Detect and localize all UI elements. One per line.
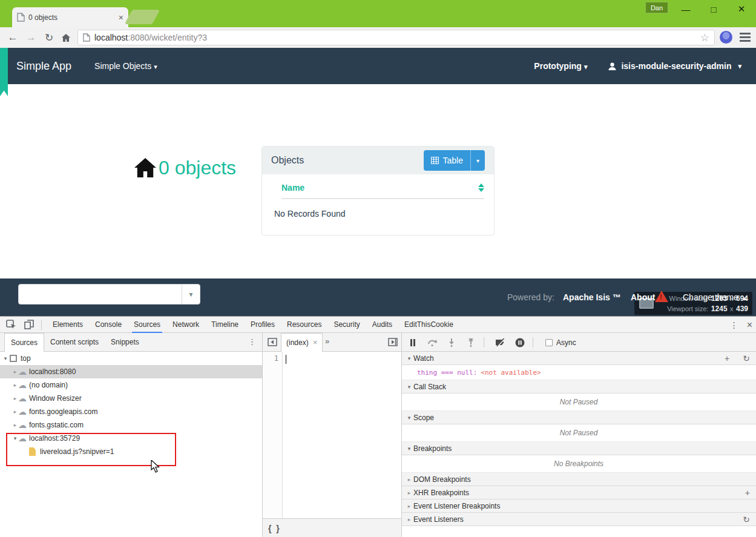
tree-arrow-collapsed-icon[interactable]: ▸ (12, 405, 18, 418)
tree-item[interactable]: ▸☁fonts.gstatic.com (0, 418, 262, 432)
tree-item[interactable]: ▾top (0, 352, 262, 365)
url-bar[interactable]: localhost:8080/wicket/entity?3 ☆ (77, 30, 715, 45)
back-button[interactable]: ← (5, 30, 21, 45)
sort-icon[interactable] (478, 183, 484, 192)
devtools-tab-audits[interactable]: Audits (368, 317, 396, 333)
combo-caret-icon[interactable]: ▼ (182, 285, 200, 304)
section-header-watch[interactable]: ▾Watch+↻ (401, 352, 756, 365)
close-button[interactable]: ✕ (732, 2, 751, 16)
table-view-button[interactable]: Table ▾ (424, 150, 485, 171)
forward-button[interactable]: → (23, 30, 39, 45)
step-over-icon[interactable] (424, 336, 440, 349)
sources-subtab-sources[interactable]: Sources (4, 333, 44, 352)
section-arrow-collapsed-icon[interactable]: ▸ (406, 490, 412, 496)
tree-item[interactable]: ▸☁(no domain) (0, 378, 262, 392)
section-header-event-listener-breakpoints[interactable]: ▸Event Listener Breakpoints (401, 499, 756, 513)
table-view-dropdown[interactable]: ▾ (470, 150, 485, 171)
home-button[interactable] (58, 30, 74, 45)
async-checkbox-group[interactable]: Async (545, 338, 576, 347)
pause-on-exceptions-icon[interactable] (512, 336, 528, 349)
devtools-tab-sources[interactable]: Sources (130, 317, 165, 333)
section-header-xhr-breakpoints[interactable]: ▸XHR Breakpoints+ (401, 486, 756, 499)
devtools-tab-elements[interactable]: Elements (48, 317, 87, 333)
devtools-menu-icon[interactable]: ⋮ (730, 320, 738, 330)
app-brand[interactable]: Simple App (16, 60, 71, 73)
section-header-call-stack[interactable]: ▾Call Stack (401, 380, 756, 394)
section-arrow-collapsed-icon[interactable]: ▸ (406, 476, 412, 483)
section-arrow-collapsed-icon[interactable]: ▸ (406, 516, 412, 522)
nav-simple-objects[interactable]: Simple Objects▾ (94, 61, 157, 71)
nav-user-menu[interactable]: isis-module-security-admin▾ (608, 61, 741, 71)
tree-item-label: top (21, 352, 31, 365)
new-tab-button[interactable] (125, 10, 160, 24)
column-header-name[interactable]: Name (281, 183, 304, 193)
profile-badge[interactable]: Dan (645, 2, 668, 13)
tree-arrow-expanded-icon[interactable]: ▾ (12, 432, 18, 445)
device-toolbar-icon[interactable] (22, 318, 36, 331)
section-header-scope[interactable]: ▾Scope (401, 411, 756, 424)
tree-arrow-collapsed-icon[interactable]: ▸ (12, 392, 18, 405)
section-header-breakpoints[interactable]: ▾Breakpoints (401, 442, 756, 455)
devtools-tab-timeline[interactable]: Timeline (207, 317, 243, 333)
section-arrow-expanded-icon[interactable]: ▾ (406, 384, 412, 390)
apache-isis-link[interactable]: Apache Isis ™ (563, 292, 621, 302)
more-tabs-icon[interactable]: » (325, 337, 329, 346)
minimize-button[interactable]: — (677, 2, 695, 16)
tree-item[interactable]: ▾☁localhost:35729 (0, 432, 262, 445)
pause-script-icon[interactable] (405, 336, 421, 349)
tree-item[interactable]: livereload.js?snipver=1 (0, 445, 262, 458)
tab-close-icon[interactable]: × (119, 13, 123, 22)
maximize-button[interactable]: □ (705, 2, 723, 16)
tree-item[interactable]: ▸☁Window Resizer (0, 392, 262, 405)
tree-arrow-collapsed-icon[interactable]: ▸ (12, 418, 18, 432)
inspect-element-icon[interactable] (4, 318, 18, 331)
tree-arrow-collapsed-icon[interactable]: ▸ (12, 365, 18, 378)
watch-expression-row[interactable]: thing === null:<not available> (401, 365, 756, 380)
pretty-print-icon[interactable]: { } (268, 524, 281, 533)
sources-pane-menu-icon[interactable]: ⋮ (248, 337, 256, 346)
search-combobox[interactable]: ▼ (18, 284, 200, 305)
devtools-close-icon[interactable]: × (747, 320, 752, 331)
browser-tab[interactable]: 0 objects × (12, 7, 128, 27)
tree-arrow-collapsed-icon[interactable]: ▸ (12, 378, 18, 392)
section-arrow-expanded-icon[interactable]: ▾ (406, 446, 412, 452)
chrome-menu-icon[interactable] (740, 33, 751, 42)
editor-tab-index[interactable]: (index) × (281, 333, 323, 352)
refresh-icon[interactable]: ↻ (743, 515, 750, 524)
debugger-sidebar: ▾Watch+↻thing === null:<not available>▾C… (401, 352, 756, 537)
section-arrow-expanded-icon[interactable]: ▾ (406, 355, 412, 361)
refresh-icon[interactable]: ↻ (743, 354, 750, 363)
bookmark-star-icon[interactable]: ☆ (700, 31, 709, 44)
tree-arrow-expanded-icon[interactable]: ▾ (2, 352, 8, 365)
refresh-button[interactable]: ↻ (41, 30, 57, 45)
hide-navigator-icon[interactable] (266, 337, 278, 348)
devtools-tab-profiles[interactable]: Profiles (246, 317, 279, 333)
editor-tab-close-icon[interactable]: × (313, 334, 318, 352)
devtools-tab-editthiscookie[interactable]: EditThisCookie (400, 317, 458, 333)
tree-item[interactable]: ▸☁fonts.googleapis.com (0, 405, 262, 418)
add-icon[interactable]: + (725, 354, 729, 363)
devtools-tab-console[interactable]: Console (91, 317, 126, 333)
sources-subtab-snippets[interactable]: Snippets (105, 333, 145, 352)
devtools-tab-security[interactable]: Security (329, 317, 364, 333)
deactivate-breakpoints-icon[interactable] (493, 336, 508, 349)
step-out-icon[interactable] (463, 336, 479, 349)
section-arrow-collapsed-icon[interactable]: ▸ (406, 503, 412, 509)
section-header-dom-breakpoints[interactable]: ▸DOM Breakpoints (401, 473, 756, 486)
section-header-event-listeners[interactable]: ▸Event Listeners↻ (401, 513, 756, 526)
devtools-tab-network[interactable]: Network (168, 317, 203, 333)
section-arrow-expanded-icon[interactable]: ▾ (406, 415, 412, 421)
nav-prototyping[interactable]: Prototyping▾ (534, 61, 587, 71)
code-editor[interactable]: 1 { } (262, 352, 401, 537)
show-debugger-icon[interactable] (387, 337, 399, 348)
devtools-tab-resources[interactable]: Resources (283, 317, 326, 333)
tree-item[interactable]: ▸☁localhost:8080 (0, 365, 262, 378)
async-checkbox[interactable] (545, 339, 553, 346)
about-link[interactable]: About (631, 292, 655, 302)
url-text[interactable]: localhost:8080/wicket/entity?3 (94, 33, 700, 42)
extension-icon[interactable] (720, 31, 732, 44)
step-into-icon[interactable] (444, 336, 459, 349)
sources-subtab-content-scripts[interactable]: Content scripts (44, 333, 105, 352)
change-theme-link[interactable]: Change theme ▴ (683, 292, 746, 302)
add-icon[interactable]: + (745, 488, 750, 498)
